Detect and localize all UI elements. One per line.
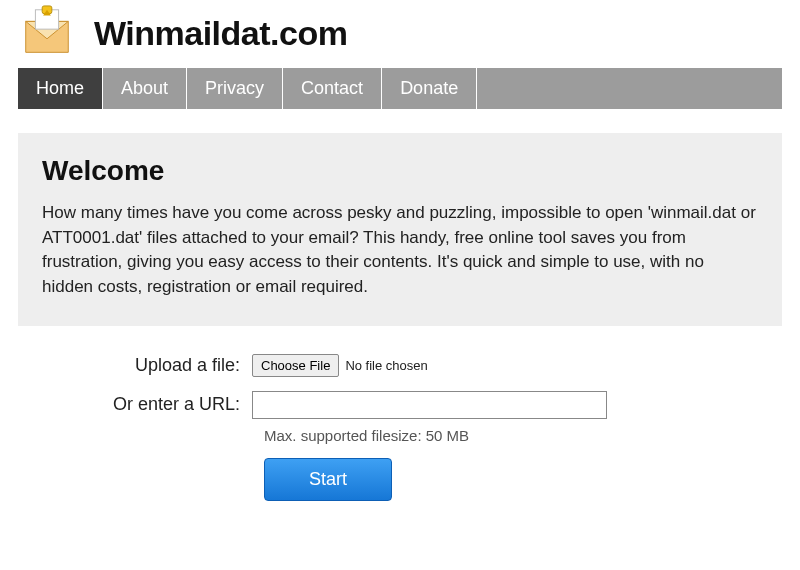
navbar: Home About Privacy Contact Donate bbox=[18, 68, 782, 109]
welcome-text: How many times have you come across pesk… bbox=[42, 201, 758, 300]
upload-file-label: Upload a file: bbox=[42, 355, 252, 376]
url-input[interactable] bbox=[252, 391, 607, 419]
welcome-panel: Welcome How many times have you come acr… bbox=[18, 133, 782, 326]
nav-home[interactable]: Home bbox=[18, 68, 103, 109]
filesize-hint: Max. supported filesize: 50 MB bbox=[264, 427, 469, 444]
submit-row: Start bbox=[264, 458, 758, 501]
choose-file-button[interactable]: Choose File bbox=[252, 354, 339, 377]
upload-file-row: Upload a file: Choose File No file chose… bbox=[42, 354, 758, 377]
envelope-logo-icon bbox=[18, 4, 76, 62]
nav-about[interactable]: About bbox=[103, 68, 187, 109]
page-header: Winmaildat.com bbox=[0, 0, 800, 68]
start-button[interactable]: Start bbox=[264, 458, 392, 501]
nav-contact[interactable]: Contact bbox=[283, 68, 382, 109]
nav-donate[interactable]: Donate bbox=[382, 68, 477, 109]
welcome-title: Welcome bbox=[42, 155, 758, 187]
site-title: Winmaildat.com bbox=[94, 14, 347, 53]
upload-form: Upload a file: Choose File No file chose… bbox=[18, 354, 782, 501]
url-label: Or enter a URL: bbox=[42, 394, 252, 415]
url-row: Or enter a URL: bbox=[42, 391, 758, 419]
file-status-text: No file chosen bbox=[345, 358, 427, 373]
filesize-hint-row: Max. supported filesize: 50 MB bbox=[42, 427, 758, 444]
nav-privacy[interactable]: Privacy bbox=[187, 68, 283, 109]
